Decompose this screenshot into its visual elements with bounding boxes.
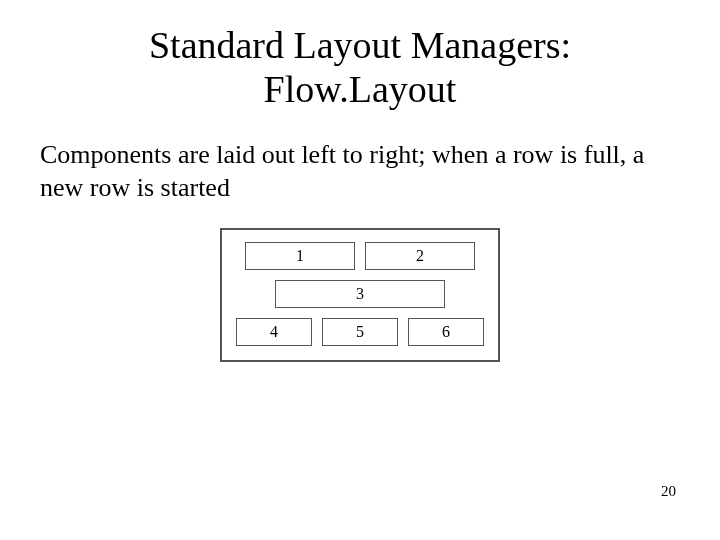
slide: Standard Layout Managers: Flow.Layout Co… — [0, 0, 720, 540]
title-line-2: Flow.Layout — [264, 68, 457, 110]
flowlayout-diagram: 1 2 3 4 5 6 — [220, 228, 500, 362]
cell-4: 4 — [236, 318, 312, 346]
cell-6: 6 — [408, 318, 484, 346]
cell-5: 5 — [322, 318, 398, 346]
slide-title: Standard Layout Managers: Flow.Layout — [40, 24, 680, 111]
cell-3: 3 — [275, 280, 445, 308]
body-text: Components are laid out left to right; w… — [40, 139, 680, 204]
page-number: 20 — [661, 483, 676, 500]
diagram-row-2: 3 — [232, 280, 488, 308]
cell-1: 1 — [245, 242, 355, 270]
title-line-1: Standard Layout Managers: — [149, 24, 571, 66]
cell-2: 2 — [365, 242, 475, 270]
diagram-row-1: 1 2 — [232, 242, 488, 270]
diagram-row-3: 4 5 6 — [232, 318, 488, 346]
